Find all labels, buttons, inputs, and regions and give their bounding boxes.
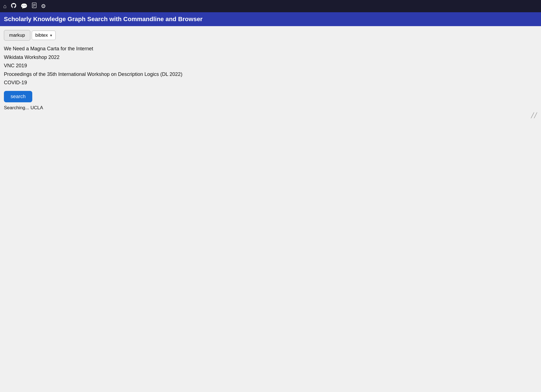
search-button[interactable]: search <box>4 91 32 102</box>
list-item: Proceedings of the 35th International Wo… <box>4 70 537 79</box>
status-text: Searching... UCLA <box>4 105 537 111</box>
markup-button[interactable]: markup <box>4 30 30 41</box>
document-icon[interactable] <box>31 3 37 10</box>
page-title: Scholarly Knowledge Graph Search with Co… <box>4 16 203 23</box>
chat-icon[interactable]: 💬 <box>21 3 28 9</box>
list-item: VNC 2019 <box>4 61 537 70</box>
chevron-down-icon: ▾ <box>50 33 52 38</box>
list-item: COVID-19 <box>4 78 537 87</box>
list-item: We Need a Magna Carta for the Internet <box>4 44 537 53</box>
settings-icon[interactable]: ⚙ <box>41 3 46 9</box>
bibtex-select-wrapper[interactable]: bibtex ▾ <box>32 31 56 40</box>
github-icon[interactable] <box>11 3 17 10</box>
bibtex-label: bibtex <box>35 33 48 38</box>
resize-handle-icon[interactable]: ╱╱ <box>531 112 537 118</box>
topics-list: We Need a Magna Carta for the Internet W… <box>4 44 537 87</box>
home-icon[interactable]: ⌂ <box>3 3 7 9</box>
top-bar: ⌂ 💬 ⚙ <box>0 0 541 12</box>
list-item: Wikidata Workshop 2022 <box>4 53 537 62</box>
main-content: markup bibtex ▾ We Need a Magna Carta fo… <box>0 26 541 115</box>
title-bar: Scholarly Knowledge Graph Search with Co… <box>0 12 541 26</box>
